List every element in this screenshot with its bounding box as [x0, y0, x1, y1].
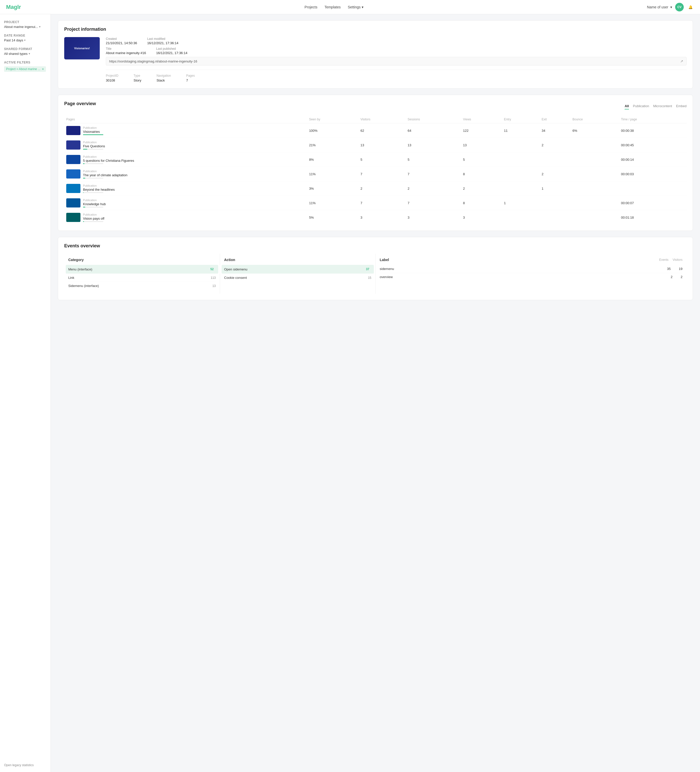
- visitors-header: Visitors: [672, 258, 682, 262]
- bounce-3: [570, 167, 619, 181]
- chevron-down-icon: ▾: [24, 39, 26, 42]
- shared-format-value[interactable]: All shared types ▾: [4, 52, 46, 56]
- chevron-down-icon: ▾: [670, 5, 672, 9]
- page-cell-1: Publication Five Questions: [64, 138, 307, 152]
- nav-settings[interactable]: Settings ▾: [348, 5, 364, 9]
- seen-by-5: 11%: [307, 196, 359, 210]
- table-row: Publication Knowledge hub 11% 7 7 8 1 00…: [64, 196, 687, 210]
- visitors-0: 62: [358, 123, 406, 138]
- time-4: [619, 181, 687, 196]
- tab-all[interactable]: All: [625, 103, 629, 110]
- table-row: Publication Vision pays off 5% 3 3 3 00:…: [64, 210, 687, 225]
- tab-microcontent[interactable]: Microcontent: [653, 103, 672, 110]
- sidebar-shared-format-section: Shared format All shared types ▾: [4, 47, 46, 56]
- page-cell-4: Publication Beyond the headlines: [64, 181, 307, 196]
- page-cell-2: Publication 5 questions for Christiana F…: [64, 152, 307, 167]
- meta-navigation: Navigation Stack: [157, 74, 171, 82]
- page-overview-card: Page overview All Publication Microconte…: [58, 95, 693, 231]
- exit-6: [540, 210, 570, 225]
- events-header: Events: [659, 258, 669, 262]
- chevron-down-icon: ▾: [362, 5, 364, 9]
- col-entry: Entry: [502, 116, 540, 123]
- page-overview-title: Page overview: [64, 101, 96, 106]
- date-filter-value[interactable]: Past 14 days ▾: [4, 38, 46, 42]
- seen-by-0: 100%: [307, 123, 359, 138]
- page-cell-3: Publication The year of climate adaptati…: [64, 167, 307, 181]
- nav-projects[interactable]: Projects: [305, 5, 318, 9]
- navigation: Maglr Projects Templates Settings ▾ Name…: [0, 0, 700, 14]
- bounce-0: 6%: [570, 123, 619, 138]
- project-filter-value[interactable]: About marine ingenui... ▾: [4, 25, 46, 29]
- table-row: Publication Beyond the headlines 3% 2 2 …: [64, 181, 687, 196]
- bounce-2: [570, 152, 619, 167]
- visitors-3: 7: [358, 167, 406, 181]
- time-1: 00:00:45: [619, 138, 687, 152]
- page-layout: Project About marine ingenui... ▾ Date r…: [0, 14, 700, 772]
- project-url-row: https://oordstaging.stagingmag.nl/about-…: [106, 57, 687, 65]
- remove-filter-button[interactable]: ×: [42, 67, 44, 71]
- time-2: 00:00:14: [619, 152, 687, 167]
- page-cell-5: Publication Knowledge hub: [64, 196, 307, 210]
- meta-type: Type Story: [134, 74, 141, 82]
- meta-title: Title About marine ingenuity #16: [106, 47, 146, 55]
- col-time: Time / page: [619, 116, 687, 123]
- time-0: 00:00:38: [619, 123, 687, 138]
- exit-5: [540, 196, 570, 210]
- notifications-bell-icon[interactable]: 🔔: [687, 3, 694, 11]
- events-category-item[interactable]: Sidemenu (interface) 13: [68, 282, 216, 290]
- bounce-6: [570, 210, 619, 225]
- table-row: Publication The year of climate adaptati…: [64, 167, 687, 181]
- table-row: Publication Five Questions 21% 13 13 13 …: [64, 138, 687, 152]
- events-action-item[interactable]: Cookie consent 15: [224, 274, 371, 281]
- entry-6: [502, 210, 540, 225]
- chevron-down-icon: ▾: [29, 52, 30, 56]
- page-thumbnail: [66, 198, 80, 208]
- seen-by-4: 3%: [307, 181, 359, 196]
- exit-3: 2: [540, 167, 570, 181]
- tab-publication[interactable]: Publication: [633, 103, 649, 110]
- sidebar: Project About marine ingenui... ▾ Date r…: [0, 14, 51, 772]
- label-col-title: Label: [380, 258, 389, 262]
- exit-1: 2: [540, 138, 570, 152]
- open-legacy-statistics-link[interactable]: Open legacy statistics: [4, 763, 34, 767]
- page-name: Five Questions: [83, 144, 105, 148]
- category-col-title: Category: [68, 258, 84, 262]
- page-cell-0: Publication Visionairies: [64, 123, 307, 138]
- thumbnail-placeholder: Visionaries!: [74, 46, 90, 50]
- table-row: Publication Visionairies 100% 62 64 122 …: [64, 123, 687, 138]
- project-filter-label: Project: [4, 20, 46, 24]
- page-name: Beyond the headlines: [83, 188, 115, 191]
- events-action-item[interactable]: Open sidemenu 37: [222, 265, 374, 274]
- logo[interactable]: Maglr: [6, 4, 21, 10]
- col-visitors: Visitors: [358, 116, 406, 123]
- user-menu[interactable]: Name of user ▾: [647, 5, 672, 9]
- meta-pages: Pages 7: [186, 74, 195, 82]
- page-name: The year of climate adaptation: [83, 173, 127, 177]
- page-type: Publication: [83, 199, 106, 202]
- page-type: Publication: [83, 213, 104, 216]
- table-row: Publication 5 questions for Christiana F…: [64, 152, 687, 167]
- avatar[interactable]: CV: [675, 3, 684, 11]
- entry-5: 1: [502, 196, 540, 210]
- tab-embed[interactable]: Embed: [676, 103, 687, 110]
- bounce-5: [570, 196, 619, 210]
- meta-row-2: Title About marine ingenuity #16 Last pu…: [106, 47, 687, 55]
- col-sessions: Sessions: [406, 116, 461, 123]
- events-category-col: Category Menu (interface) 52 Link 113 Si…: [64, 254, 220, 294]
- page-overview-header: Page overview All Publication Microconte…: [64, 101, 687, 111]
- exit-2: [540, 152, 570, 167]
- meta-projectid: ProjectID 30108: [106, 74, 118, 82]
- page-name: Knowledge hub: [83, 202, 106, 206]
- visitors-4: 2: [358, 181, 406, 196]
- nav-right: Name of user ▾ CV 🔔: [647, 3, 694, 11]
- external-link-icon[interactable]: ↗: [680, 59, 683, 63]
- page-type: Publication: [83, 184, 115, 187]
- date-filter-label: Date range: [4, 34, 46, 37]
- nav-templates[interactable]: Templates: [325, 5, 341, 9]
- page-name: Visionairies: [83, 130, 103, 134]
- project-meta-bottom: ProjectID 30108 Type Story Navigation St…: [106, 70, 687, 82]
- views-1: 13: [461, 138, 502, 152]
- page-thumbnail: [66, 126, 80, 135]
- events-category-item[interactable]: Link 113: [68, 274, 216, 282]
- events-category-item[interactable]: Menu (interface) 52: [66, 265, 218, 274]
